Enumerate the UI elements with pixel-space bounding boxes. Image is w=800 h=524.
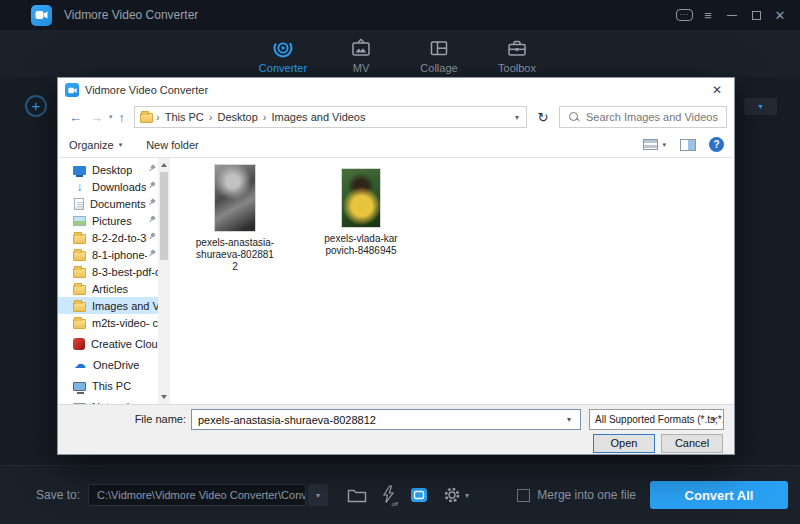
pin-icon bbox=[147, 165, 156, 174]
tab-converter[interactable]: Converter bbox=[246, 30, 320, 77]
folder-icon bbox=[73, 234, 86, 244]
close-icon[interactable]: ✕ bbox=[768, 3, 792, 27]
tab-mv[interactable]: MV bbox=[324, 30, 398, 77]
dialog-body: Desktop ↓ Downloads Documents Pictures bbox=[58, 158, 734, 404]
file-item-anastasia[interactable]: pexels-anastasia- shuraeva-802881 2 bbox=[187, 165, 283, 273]
file-thumbnail[interactable] bbox=[342, 169, 380, 227]
tree-item-articles[interactable]: Articles bbox=[58, 280, 158, 297]
app-logo-icon bbox=[31, 5, 52, 26]
folder-tree: Desktop ↓ Downloads Documents Pictures bbox=[58, 158, 170, 404]
vidmore-app-window: Vidmore Video Converter ··· ≡ ✕ Converte… bbox=[0, 0, 800, 524]
merge-checkbox[interactable] bbox=[517, 489, 530, 502]
dialog-footer: File name: ▾ All Supported Formats (*.ts… bbox=[58, 404, 734, 454]
tree-item-creative-cloud[interactable]: Creative Cloud Fil bbox=[58, 335, 158, 352]
tree-item-folder[interactable]: m2ts-video- cor bbox=[58, 314, 158, 331]
onedrive-icon: ☁ bbox=[73, 358, 87, 371]
file-name-label: File name: bbox=[128, 413, 186, 425]
address-folder-icon bbox=[140, 113, 153, 123]
tab-converter-label: Converter bbox=[259, 62, 307, 74]
new-folder-button[interactable]: New folder bbox=[146, 139, 199, 151]
settings-chevron-icon: ▾ bbox=[465, 491, 469, 500]
breadcrumb-images-and-videos[interactable]: Images and Videos bbox=[272, 111, 366, 123]
nav-up-button[interactable]: ↑ bbox=[115, 110, 130, 125]
tree-scrollbar[interactable] bbox=[158, 158, 170, 404]
file-thumbnail[interactable] bbox=[215, 165, 255, 231]
nav-forward-button[interactable]: → bbox=[86, 110, 107, 125]
open-folder-button[interactable] bbox=[346, 483, 368, 507]
organize-button[interactable]: Organize ▾ bbox=[69, 139, 122, 151]
tree-item-pictures[interactable]: Pictures bbox=[58, 212, 158, 229]
file-name-input[interactable] bbox=[191, 409, 581, 430]
minimize-icon[interactable] bbox=[720, 3, 744, 27]
nav-history-chevron-icon[interactable]: ▾ bbox=[107, 113, 115, 121]
file-list: pexels-anastasia- shuraeva-802881 2 pexe… bbox=[170, 158, 734, 404]
tree-item-folder[interactable]: 8-2-2d-to-3d bbox=[58, 229, 158, 246]
tree-item-folder[interactable]: 8-3-best-pdf-co bbox=[58, 263, 158, 280]
scroll-up-icon[interactable] bbox=[161, 163, 167, 167]
search-input[interactable]: Search Images and Videos bbox=[559, 106, 727, 128]
help-icon[interactable]: ? bbox=[709, 137, 724, 152]
dialog-close-icon[interactable]: ✕ bbox=[700, 78, 734, 102]
folder-icon bbox=[73, 268, 86, 278]
dialog-app-icon bbox=[65, 83, 79, 97]
file-item-vlada[interactable]: pexels-vlada-kar povich-8486945 bbox=[313, 165, 409, 257]
change-view-icon[interactable] bbox=[643, 139, 658, 150]
feedback-icon[interactable]: ··· bbox=[672, 3, 696, 27]
add-files-button[interactable]: + bbox=[25, 95, 47, 117]
nav-back-button[interactable]: ← bbox=[65, 110, 86, 125]
open-button[interactable]: Open bbox=[593, 434, 655, 453]
toolbox-icon bbox=[506, 37, 528, 59]
scroll-down-icon[interactable] bbox=[161, 395, 167, 399]
merge-label: Merge into one file bbox=[537, 488, 636, 502]
cancel-button[interactable]: Cancel bbox=[661, 434, 723, 453]
dialog-navbar: ← → ▾ ↑ › This PC › Desktop › Images and… bbox=[58, 102, 734, 132]
folder-icon bbox=[73, 251, 86, 261]
menu-icon[interactable]: ≡ bbox=[696, 3, 720, 27]
folder-icon bbox=[73, 319, 86, 329]
pin-icon bbox=[147, 216, 156, 225]
open-file-dialog: Vidmore Video Converter ✕ ← → ▾ ↑ › This… bbox=[57, 77, 735, 455]
hardware-accel-off-button[interactable]: off bbox=[380, 483, 396, 507]
tab-mv-label: MV bbox=[353, 62, 370, 74]
gpu-accel-button[interactable] bbox=[408, 483, 430, 507]
app-bottombar: Save to: C:\Vidmore\Vidmore Video Conver… bbox=[0, 465, 800, 524]
breadcrumb-this-pc[interactable]: This PC bbox=[165, 111, 204, 123]
scroll-thumb[interactable] bbox=[160, 172, 168, 260]
convert-all-button[interactable]: Convert All bbox=[650, 481, 788, 509]
app-title: Vidmore Video Converter bbox=[64, 8, 198, 22]
tree-item-this-pc[interactable]: This PC bbox=[58, 377, 158, 394]
view-chevron-icon[interactable]: ▾ bbox=[662, 141, 666, 149]
file-name-chevron-icon[interactable]: ▾ bbox=[567, 415, 571, 424]
preview-pane-icon[interactable] bbox=[680, 139, 696, 151]
tree-item-folder[interactable]: 8-1-iphone-ri bbox=[58, 246, 158, 263]
tab-collage[interactable]: Collage bbox=[402, 30, 476, 77]
converter-icon bbox=[272, 37, 294, 59]
tab-toolbox[interactable]: Toolbox bbox=[480, 30, 554, 77]
tree-item-desktop[interactable]: Desktop bbox=[58, 161, 158, 178]
save-path-dropdown[interactable]: C:\Vidmore\Vidmore Video Converter\Conve… bbox=[88, 484, 306, 506]
tree-item-images-and-videos-selected[interactable]: Images and Vide bbox=[58, 297, 158, 314]
refresh-icon[interactable]: ↻ bbox=[532, 110, 554, 125]
gear-icon bbox=[442, 485, 462, 505]
output-format-dropdown[interactable]: ▾ bbox=[744, 98, 777, 115]
accel-off-label: off bbox=[391, 501, 398, 507]
tree-item-documents[interactable]: Documents bbox=[58, 195, 158, 212]
main-tabbar: Converter MV Collage bbox=[0, 30, 800, 77]
documents-icon bbox=[74, 198, 84, 210]
dialog-titlebar[interactable]: Vidmore Video Converter ✕ bbox=[58, 78, 734, 102]
format-chevron-icon: ▾ bbox=[712, 415, 716, 424]
address-bar[interactable]: › This PC › Desktop › Images and Videos … bbox=[134, 106, 527, 128]
maximize-icon[interactable] bbox=[744, 3, 768, 27]
settings-button[interactable]: ▾ bbox=[442, 483, 469, 507]
tree-item-downloads[interactable]: ↓ Downloads bbox=[58, 178, 158, 195]
tree-item-onedrive[interactable]: ☁ OneDrive bbox=[58, 356, 158, 373]
format-select[interactable]: All Supported Formats (*.ts;*.m bbox=[589, 409, 724, 430]
folder-icon bbox=[73, 302, 86, 312]
save-path-chevron-icon[interactable]: ▾ bbox=[308, 484, 328, 506]
dialog-toolbar: Organize ▾ New folder ▾ ? bbox=[58, 132, 734, 158]
breadcrumb-desktop[interactable]: Desktop bbox=[217, 111, 257, 123]
organize-chevron-icon: ▾ bbox=[119, 141, 123, 149]
folder-icon bbox=[73, 285, 86, 295]
address-chevron-icon[interactable]: ▾ bbox=[515, 113, 519, 122]
search-icon bbox=[568, 111, 580, 123]
